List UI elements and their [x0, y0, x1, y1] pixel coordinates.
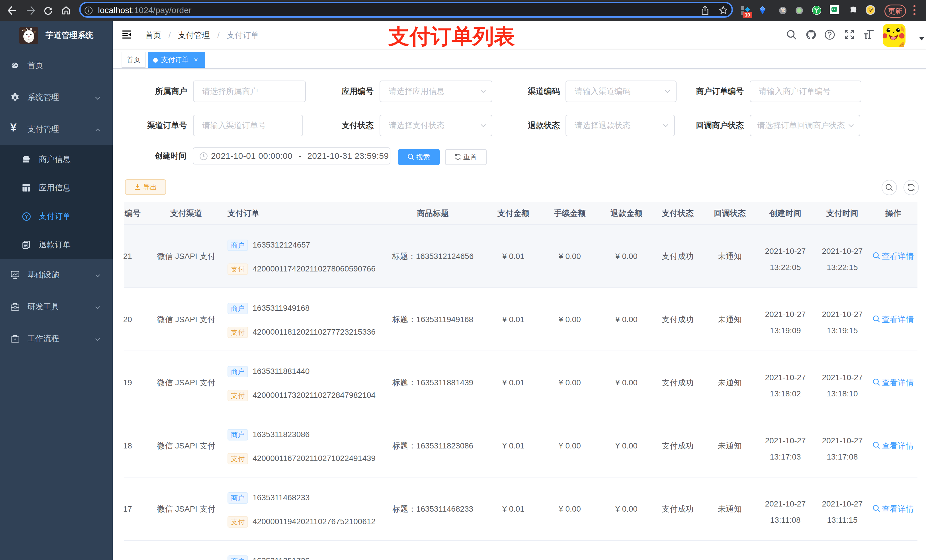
svg-text:⌘: ⌘	[780, 8, 785, 14]
svg-text:¥: ¥	[25, 214, 28, 220]
